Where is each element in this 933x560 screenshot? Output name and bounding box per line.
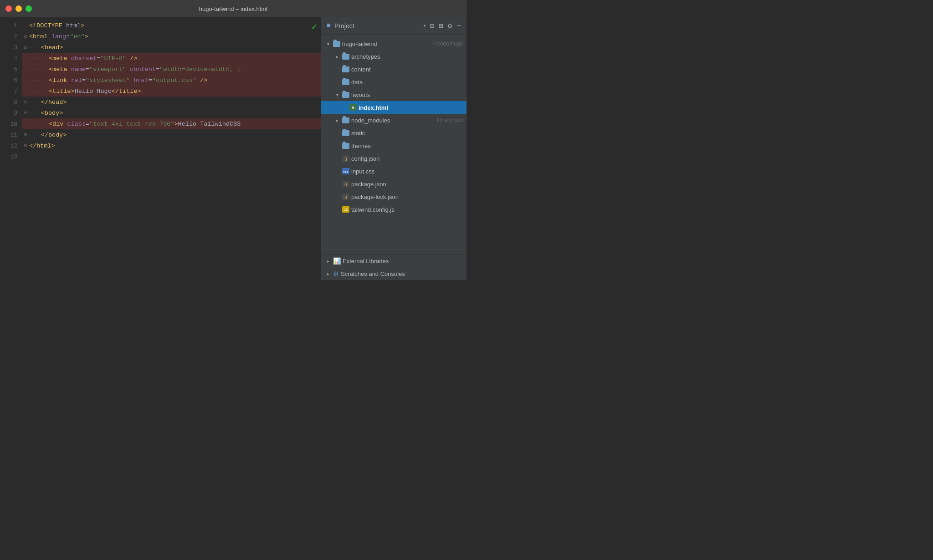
fold-12: ⊟	[22, 142, 29, 149]
chevron-content	[334, 66, 340, 72]
line-numbers: 1 2 3 4 5 6 7 8 9 10 11 12 13	[0, 17, 22, 280]
sidebar-item-config-json[interactable]: {} config.json	[321, 152, 466, 165]
package-lock-json-icon: {}	[342, 193, 349, 200]
scratches-label: Scratches and Consoles	[341, 270, 463, 277]
tailwind-config-label: tailwind.config.js	[351, 206, 463, 213]
line-num-10: 10	[0, 118, 22, 129]
sidebar-item-archetypes[interactable]: archetypes	[321, 50, 466, 63]
chevron-input-css	[334, 168, 340, 174]
chevron-archetypes	[334, 53, 340, 60]
content-folder-icon	[342, 66, 349, 72]
code-line-11: ⊟ ·· </body>	[22, 129, 321, 140]
index-html-label: index.html	[359, 104, 463, 111]
chevron-ext-libs	[325, 258, 331, 264]
tailwind-config-icon: JS	[342, 206, 349, 213]
sidebar-item-data[interactable]: data	[321, 76, 466, 88]
sidebar-item-external-libraries[interactable]: 📊 External Libraries	[321, 255, 466, 267]
sidebar-tree[interactable]: hugo-tailwind ~/code/hugo archetypes con…	[321, 35, 466, 254]
fold-3: ⊟	[22, 44, 29, 51]
project-folder-icon: ■	[327, 22, 331, 30]
close-button[interactable]	[5, 5, 12, 12]
root-label: hugo-tailwind	[342, 41, 431, 47]
chevron-root	[325, 41, 331, 47]
code-line-2: ⊟ <html lang="en">	[22, 31, 321, 42]
chevron-data	[334, 79, 340, 85]
sidebar-header-icons: ⊟ ⊞ ⚙ −	[430, 21, 461, 31]
fold-10	[22, 120, 29, 127]
sidebar-item-index-html[interactable]: H index.html	[321, 101, 466, 114]
sidebar-item-layouts[interactable]: layouts	[321, 88, 466, 101]
settings-icon[interactable]: ⚙	[448, 21, 452, 31]
fold-11: ⊟	[22, 131, 29, 138]
main-area: ✓ 1 2 3 4 5 6 7 8 9 10 11 12 13	[0, 17, 466, 280]
filter-icon[interactable]: ⊟	[430, 21, 434, 31]
chevron-node-modules	[334, 117, 340, 123]
line-num-3: 3	[0, 42, 22, 53]
line-num-2: 2	[0, 31, 22, 42]
line-num-8: 8	[0, 97, 22, 107]
root-hint: ~/code/hugo	[433, 41, 463, 47]
minimize-panel-icon[interactable]: −	[456, 22, 461, 30]
sidebar-item-content[interactable]: content	[321, 63, 466, 76]
fold-2: ⊟	[22, 33, 29, 40]
themes-label: themes	[351, 143, 463, 149]
sidebar-item-tailwind-config[interactable]: JS tailwind.config.js	[321, 203, 466, 216]
line-num-5: 5	[0, 64, 22, 75]
chevron-config	[334, 155, 340, 162]
fold-9: ⊟	[22, 109, 29, 117]
minimize-button[interactable]	[15, 5, 22, 12]
editor-panel: ✓ 1 2 3 4 5 6 7 8 9 10 11 12 13	[0, 17, 321, 280]
sidebar-item-package-json[interactable]: {} package.json	[321, 178, 466, 190]
data-label: data	[351, 79, 463, 86]
chevron-package	[334, 181, 340, 187]
package-lock-json-label: package-lock.json	[351, 193, 463, 200]
dropdown-arrow-icon[interactable]: ▾	[423, 22, 426, 29]
check-icon: ✓	[312, 21, 317, 32]
fold-8: ⊟	[22, 98, 29, 106]
static-label: static	[351, 130, 463, 137]
sidebar-item-package-lock-json[interactable]: {} package-lock.json	[321, 190, 466, 203]
root-folder-icon	[333, 41, 340, 47]
ext-libs-icon: 📊	[333, 257, 341, 265]
tree-root[interactable]: hugo-tailwind ~/code/hugo	[321, 37, 466, 50]
line-num-11: 11	[0, 129, 22, 140]
code-line-5: ···· <meta name="viewport" content="widt…	[22, 64, 321, 75]
code-line-9: ⊟ ·· <body>	[22, 107, 321, 118]
static-folder-icon	[342, 130, 349, 136]
node-modules-folder-icon	[342, 117, 349, 123]
fold-7	[22, 87, 29, 95]
input-css-icon: css	[342, 168, 349, 174]
package-json-icon: {}	[342, 181, 349, 187]
input-css-label: input.css	[351, 168, 463, 175]
code-line-13	[22, 151, 321, 162]
maximize-button[interactable]	[26, 5, 32, 12]
window-controls[interactable]	[5, 5, 32, 12]
chevron-themes	[334, 143, 340, 149]
collapse-icon[interactable]: ⊞	[439, 21, 443, 31]
sidebar-footer: 📊 External Libraries ⚙ Scratches and Con…	[321, 254, 466, 280]
layouts-folder-icon	[342, 92, 349, 98]
sidebar-item-scratches[interactable]: ⚙ Scratches and Consoles	[321, 267, 466, 280]
code-line-7: ···· <title>Hello Hugo</title>	[22, 86, 321, 97]
html-file-icon: H	[349, 104, 357, 111]
fold-1	[22, 22, 29, 29]
chevron-static	[334, 130, 340, 136]
line-num-13: 13	[0, 151, 22, 162]
sidebar-item-node-modules[interactable]: node_modules library root	[321, 114, 466, 127]
sidebar-item-themes[interactable]: themes	[321, 139, 466, 152]
fold-4	[22, 55, 29, 62]
code-content[interactable]: <!DOCTYPE html> ⊟ <html lang="en"> ⊟ ·· …	[22, 17, 321, 280]
sidebar-item-input-css[interactable]: css input.css	[321, 165, 466, 178]
line-num-6: 6	[0, 75, 22, 86]
code-area[interactable]: ✓ 1 2 3 4 5 6 7 8 9 10 11 12 13	[0, 17, 321, 280]
chevron-package-lock	[334, 193, 340, 200]
sidebar-item-static[interactable]: static	[321, 127, 466, 139]
config-json-icon: {}	[342, 155, 349, 162]
code-line-6: ···· <link rel="stylesheet" href="output…	[22, 75, 321, 86]
chevron-tailwind	[334, 206, 340, 213]
content-label: content	[351, 66, 463, 73]
ext-libs-label: External Libraries	[343, 258, 463, 265]
doctype-tag: <!DOCTYPE	[29, 22, 66, 29]
code-line-4: ···· <meta charset="UTF-8" />	[22, 53, 321, 64]
code-line-1: <!DOCTYPE html>	[22, 20, 321, 31]
